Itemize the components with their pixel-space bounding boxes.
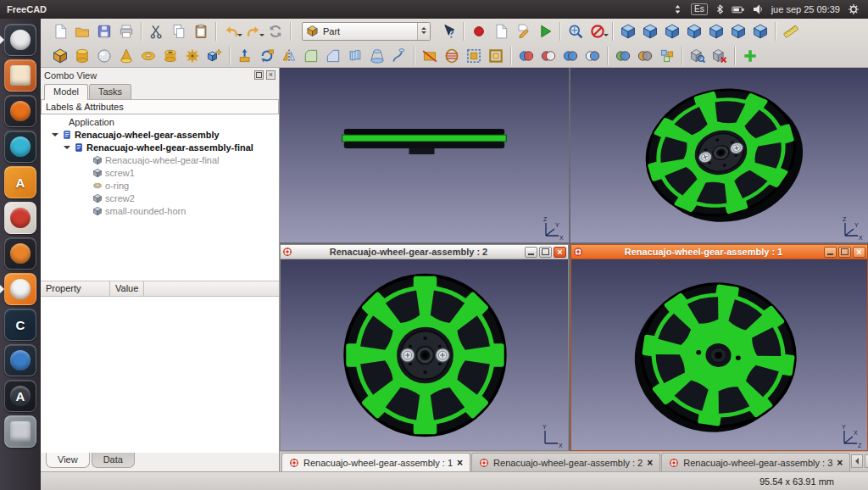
launcher-system-settings[interactable]: [4, 273, 36, 305]
launcher-globe-app[interactable]: [4, 344, 36, 376]
restore-button[interactable]: [539, 247, 552, 258]
refresh-button[interactable]: [264, 20, 287, 42]
part-sphere-button[interactable]: [93, 45, 115, 67]
close-tab-icon[interactable]: [457, 458, 463, 468]
draw-style-button[interactable]: [587, 20, 609, 42]
bluetooth-icon[interactable]: [715, 3, 724, 15]
part-thickness-button[interactable]: [485, 45, 507, 67]
tab-model[interactable]: Model: [44, 84, 88, 100]
part-fillet-button[interactable]: [300, 45, 322, 67]
part-split-button[interactable]: [634, 45, 656, 67]
tree-assembly-final[interactable]: Renacuajo-wheel-gear-assembly-final: [41, 141, 279, 153]
close-button[interactable]: [853, 247, 865, 258]
expand-arrow-icon[interactable]: [63, 142, 71, 153]
tree-application[interactable]: Application: [41, 115, 279, 128]
part-ruled-surface-button[interactable]: [344, 45, 366, 67]
part-cone-button[interactable]: [115, 45, 137, 67]
tree-wheel-gear-final[interactable]: Renacuajo-wheel-gear-final: [41, 153, 279, 166]
volume-icon[interactable]: [752, 3, 764, 15]
new-document-button[interactable]: [49, 20, 71, 42]
launcher-drawer[interactable]: [4, 415, 36, 448]
view-top-button[interactable]: [661, 20, 683, 42]
part-boolean-button[interactable]: [515, 45, 537, 67]
part-defeaturing-button[interactable]: [709, 45, 731, 67]
launcher-freecad[interactable]: [4, 24, 36, 56]
tree-screw1[interactable]: screw1: [41, 166, 279, 179]
launcher-files[interactable]: [4, 59, 36, 92]
mdi-tab-3[interactable]: Renacuajo-wheel-gear-assembly : 3: [661, 453, 850, 471]
mdi-tab-1[interactable]: Renacuajo-wheel-gear-assembly : 1: [281, 453, 470, 471]
part-sweep-button[interactable]: [388, 45, 410, 67]
fit-all-button[interactable]: [565, 20, 587, 42]
redo-button[interactable]: [242, 20, 264, 42]
copy-button[interactable]: [168, 20, 190, 42]
close-tab-icon[interactable]: [647, 458, 653, 468]
restore-button[interactable]: [838, 247, 851, 258]
part-torus-button[interactable]: [137, 45, 159, 67]
part-cross-sections-button[interactable]: [441, 45, 463, 67]
clock-indicator[interactable]: jue sep 25 09:39: [771, 4, 840, 14]
view-front-button[interactable]: [639, 20, 661, 42]
tree-screw2[interactable]: screw2: [41, 192, 279, 204]
view-axonometric-button[interactable]: [617, 20, 639, 42]
launcher-firefox[interactable]: [4, 95, 36, 127]
property-column-header[interactable]: Property: [41, 281, 110, 296]
add-item-button[interactable]: [739, 45, 761, 67]
window-titlebar[interactable]: Renacuajo-wheel-gear-assembly : 1: [571, 245, 867, 259]
tree-assembly[interactable]: Renacuajo-wheel-gear-assembly: [41, 128, 279, 141]
part-shapebuilder-button[interactable]: [203, 45, 225, 67]
tab-data[interactable]: Data: [92, 453, 135, 468]
keyboard-layout-indicator[interactable]: Es: [691, 3, 708, 15]
combo-spin-arrows[interactable]: [417, 23, 430, 40]
part-section-button[interactable]: [419, 45, 441, 67]
part-union-button[interactable]: [559, 45, 581, 67]
macro-record-button[interactable]: [468, 20, 490, 42]
window-titlebar[interactable]: Renacuajo-wheel-gear-assembly : 2: [281, 245, 568, 259]
measure-button[interactable]: [780, 20, 802, 42]
tab-scroll-right-button[interactable]: [865, 454, 868, 468]
launcher-software-center[interactable]: A: [4, 166, 36, 198]
minimize-button[interactable]: [525, 247, 537, 258]
close-button[interactable]: [554, 247, 566, 258]
view-right-button[interactable]: [683, 20, 705, 42]
mdi-tab-2[interactable]: Renacuajo-wheel-gear-assembly : 2: [471, 453, 660, 471]
tab-view[interactable]: View: [46, 453, 90, 468]
tree-small-rounded-horn[interactable]: small-rounded-horn: [41, 204, 279, 217]
launcher-a-app[interactable]: A: [4, 380, 36, 412]
tree-o-ring[interactable]: o-ring: [41, 179, 279, 192]
part-cut-button[interactable]: [537, 45, 559, 67]
minimize-button[interactable]: [824, 247, 837, 258]
viewport-back[interactable]: Y Z X: [571, 259, 867, 450]
launcher-system-tool[interactable]: [4, 202, 36, 234]
property-table-body[interactable]: [41, 297, 279, 453]
launcher-c-app[interactable]: C: [4, 309, 36, 341]
print-button[interactable]: [115, 20, 137, 42]
part-compound-button[interactable]: [656, 45, 678, 67]
network-updown-icon[interactable]: [672, 3, 683, 15]
cut-button[interactable]: [146, 20, 168, 42]
part-loft-button[interactable]: [366, 45, 388, 67]
save-document-button[interactable]: [93, 20, 115, 42]
macro-edit-button[interactable]: [512, 20, 534, 42]
launcher-browser[interactable]: [4, 131, 36, 163]
part-check-geometry-button[interactable]: [687, 45, 709, 67]
open-document-button[interactable]: [71, 20, 93, 42]
viewport-front[interactable]: Y X: [281, 259, 568, 450]
paste-button[interactable]: [190, 20, 212, 42]
workbench-selector[interactable]: Part: [302, 22, 431, 41]
part-intersection-button[interactable]: [581, 45, 604, 67]
part-join-connect-button[interactable]: [612, 45, 634, 67]
battery-icon[interactable]: [732, 3, 744, 15]
dock-close-button[interactable]: [266, 70, 275, 80]
part-offset-button[interactable]: [463, 45, 485, 67]
view-bottom-button[interactable]: [727, 20, 749, 42]
close-tab-icon[interactable]: [837, 458, 843, 468]
part-revolve-button[interactable]: [256, 45, 278, 67]
part-extrude-button[interactable]: [234, 45, 256, 67]
launcher-blender[interactable]: [4, 237, 36, 270]
part-mirror-button[interactable]: [278, 45, 300, 67]
tab-tasks[interactable]: Tasks: [89, 84, 131, 99]
part-tube-button[interactable]: [159, 45, 181, 67]
part-chamfer-button[interactable]: [322, 45, 344, 67]
macros-dialog-button[interactable]: [490, 20, 512, 42]
